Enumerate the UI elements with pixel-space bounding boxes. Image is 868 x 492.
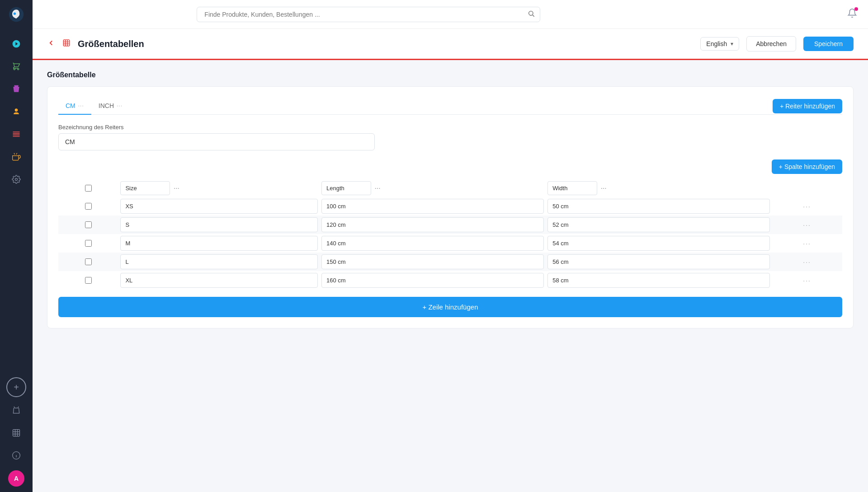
svg-rect-7 (63, 40, 70, 46)
th-length: ··· (320, 179, 546, 197)
select-all-checkbox[interactable] (85, 185, 92, 192)
row-checkbox-cell (58, 197, 118, 216)
row-length-input[interactable] (321, 273, 544, 288)
user-avatar[interactable]: A (8, 470, 24, 487)
table-row: ··· (58, 253, 842, 271)
tab-name-label: Bezeichnung des Reiters (58, 124, 842, 131)
row-checkbox[interactable] (85, 277, 92, 284)
row-width-input[interactable] (547, 254, 770, 269)
row-checkbox[interactable] (85, 240, 92, 247)
table-header-row: ··· ··· ··· (58, 179, 842, 197)
th-actions (772, 179, 842, 197)
row-action-dots[interactable]: ··· (772, 216, 842, 234)
sidebar-item-orders[interactable] (6, 79, 26, 99)
row-size-cell (118, 271, 320, 290)
table-row: ··· (58, 216, 842, 234)
app-logo[interactable] (7, 5, 25, 23)
col-size-input[interactable] (120, 181, 170, 195)
search-button[interactable] (528, 10, 535, 19)
row-length-input[interactable] (321, 199, 544, 214)
col-length-input[interactable] (321, 181, 371, 195)
row-action-dots[interactable]: ··· (772, 271, 842, 290)
row-checkbox-cell (58, 271, 118, 290)
row-action-dots[interactable]: ··· (772, 253, 842, 271)
row-length-input[interactable] (321, 236, 544, 251)
row-checkbox-cell (58, 216, 118, 234)
row-checkbox-cell (58, 234, 118, 253)
table-row: ··· (58, 271, 842, 290)
table-actions: + Spalte hinzufügen (58, 159, 842, 174)
sidebar-item-table[interactable] (6, 423, 26, 443)
sidebar-item-customers[interactable] (6, 102, 26, 122)
search-container (197, 7, 540, 22)
row-checkbox-cell (58, 253, 118, 271)
add-row-label: + Zeile hinzufügen (422, 303, 478, 311)
row-width-input[interactable] (547, 199, 770, 214)
svg-point-1 (14, 13, 16, 15)
row-size-input[interactable] (120, 199, 318, 214)
table-icon (62, 39, 71, 49)
row-width-cell (546, 271, 772, 290)
notification-dot (854, 7, 858, 11)
row-checkbox[interactable] (85, 221, 92, 228)
tab-cm[interactable]: CM ··· (58, 98, 91, 115)
row-length-input[interactable] (321, 254, 544, 269)
add-tab-button[interactable]: + Reiter hinzufügen (773, 99, 842, 113)
th-width: ··· (546, 179, 772, 197)
topbar (33, 0, 868, 29)
row-size-input[interactable] (120, 217, 318, 232)
row-size-cell (118, 253, 320, 271)
tab-name-input[interactable] (58, 133, 375, 150)
row-width-input[interactable] (547, 236, 770, 251)
sidebar-item-info[interactable] (6, 445, 26, 465)
size-table: ··· ··· ··· (58, 179, 842, 290)
col-size-dots[interactable]: ··· (174, 185, 179, 192)
row-width-cell (546, 197, 772, 216)
add-row-button[interactable]: + Zeile hinzufügen (58, 297, 842, 317)
add-column-button[interactable]: + Spalte hinzufügen (772, 159, 842, 174)
back-button[interactable] (47, 39, 55, 49)
row-size-input[interactable] (120, 236, 318, 251)
size-table-card: CM ··· INCH ··· + Reiter hinzufügen Beze… (47, 86, 854, 328)
table-row: ··· (58, 234, 842, 253)
row-size-cell (118, 216, 320, 234)
col-length-dots[interactable]: ··· (375, 185, 381, 192)
sidebar-item-settings[interactable] (6, 169, 26, 189)
sidebar-item-add-channel[interactable]: + (6, 377, 26, 397)
row-size-input[interactable] (120, 273, 318, 288)
col-width-input[interactable] (547, 181, 597, 195)
row-width-input[interactable] (547, 273, 770, 288)
row-length-cell (320, 197, 546, 216)
section-title: Größentabelle (47, 71, 854, 79)
row-length-input[interactable] (321, 217, 544, 232)
content-area: Größentabelle CM ··· INCH ··· + Reiter h… (33, 60, 868, 492)
sidebar-item-dashboard[interactable] (6, 34, 26, 54)
language-selector[interactable]: English ▾ (700, 37, 739, 51)
save-button[interactable]: Speichern (803, 37, 854, 51)
row-checkbox[interactable] (85, 258, 92, 265)
row-size-input[interactable] (120, 254, 318, 269)
row-length-cell (320, 216, 546, 234)
page-title: Größentabellen (78, 39, 144, 49)
row-checkbox[interactable] (85, 203, 92, 210)
row-action-dots[interactable]: ··· (772, 234, 842, 253)
sidebar-item-shop[interactable] (6, 400, 26, 420)
sidebar-item-lists[interactable] (6, 124, 26, 144)
row-length-cell (320, 271, 546, 290)
row-action-dots[interactable]: ··· (772, 197, 842, 216)
col-width-dots[interactable]: ··· (601, 185, 607, 192)
row-size-cell (118, 197, 320, 216)
sidebar-item-marketing[interactable] (6, 147, 26, 167)
sidebar-item-products[interactable] (6, 56, 26, 76)
tab-cm-dots[interactable]: ··· (78, 103, 84, 109)
notification-icon[interactable] (847, 8, 857, 20)
row-width-cell (546, 216, 772, 234)
tab-inch-dots[interactable]: ··· (117, 103, 123, 109)
search-input[interactable] (197, 7, 540, 22)
tab-name-field: Bezeichnung des Reiters (58, 124, 842, 150)
tab-inch[interactable]: INCH ··· (91, 98, 130, 115)
svg-line-6 (533, 15, 534, 17)
row-width-cell (546, 253, 772, 271)
cancel-button[interactable]: Abbrechen (746, 36, 796, 52)
row-width-input[interactable] (547, 217, 770, 232)
